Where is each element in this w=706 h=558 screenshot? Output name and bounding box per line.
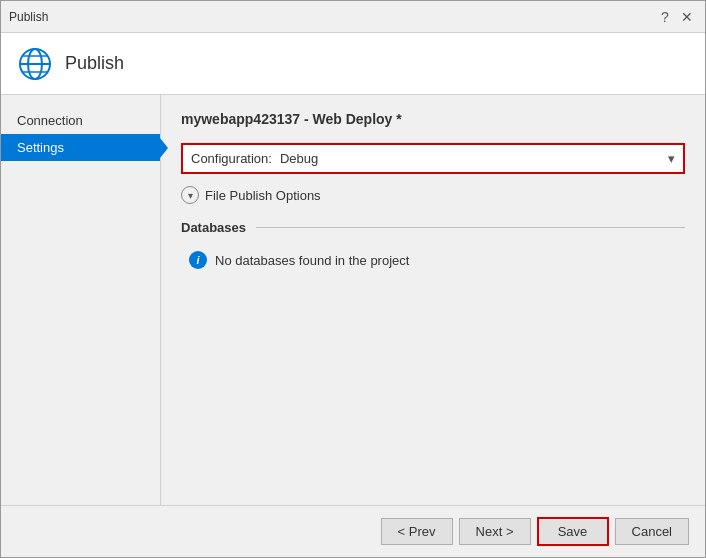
no-db-text: No databases found in the project [215, 253, 409, 268]
prev-button[interactable]: < Prev [381, 518, 453, 545]
deploy-title: mywebapp423137 - Web Deploy * [181, 111, 685, 127]
file-publish-options[interactable]: ▾ File Publish Options [181, 186, 685, 204]
configuration-select-wrapper: Debug Release ▾ [280, 151, 675, 166]
help-button[interactable]: ? [655, 7, 675, 27]
configuration-select[interactable]: Debug Release [280, 151, 675, 166]
dialog-title: Publish [9, 10, 655, 24]
sidebar-item-connection-label: Connection [17, 113, 83, 128]
file-publish-label: File Publish Options [205, 188, 321, 203]
databases-section: Databases i No databases found in the pr… [181, 220, 685, 273]
publish-dialog: Publish ? ✕ Publish Connection Settings [0, 0, 706, 558]
title-bar-buttons: ? ✕ [655, 7, 697, 27]
sidebar-item-connection[interactable]: Connection [1, 107, 160, 134]
info-icon: i [189, 251, 207, 269]
header-section: Publish [1, 33, 705, 95]
configuration-row: Configuration: Debug Release ▾ [181, 143, 685, 174]
sidebar-item-settings-label: Settings [17, 140, 64, 155]
databases-title: Databases [181, 220, 246, 235]
save-button[interactable]: Save [537, 517, 609, 546]
sidebar-item-settings[interactable]: Settings [1, 134, 160, 161]
footer: < Prev Next > Save Cancel [1, 505, 705, 557]
close-button[interactable]: ✕ [677, 7, 697, 27]
configuration-label: Configuration: [191, 151, 272, 166]
databases-header: Databases [181, 220, 685, 235]
globe-icon [17, 46, 53, 82]
expand-icon: ▾ [181, 186, 199, 204]
header-title: Publish [65, 53, 124, 74]
title-bar: Publish ? ✕ [1, 1, 705, 33]
next-button[interactable]: Next > [459, 518, 531, 545]
body-section: Connection Settings mywebapp423137 - Web… [1, 95, 705, 505]
cancel-button[interactable]: Cancel [615, 518, 689, 545]
no-db-row: i No databases found in the project [181, 247, 685, 273]
main-content: mywebapp423137 - Web Deploy * Configurat… [161, 95, 705, 505]
sidebar: Connection Settings [1, 95, 161, 505]
databases-divider [256, 227, 685, 228]
